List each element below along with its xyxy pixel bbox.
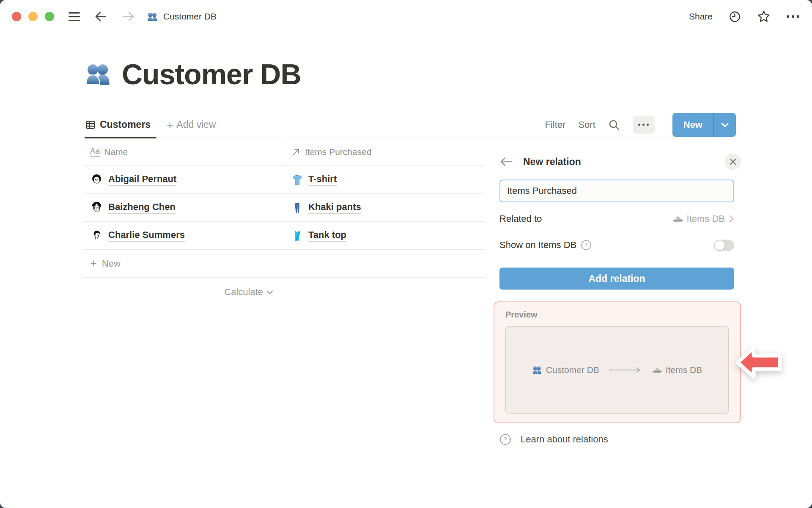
- related-to-select[interactable]: Items DB: [672, 213, 734, 224]
- breadcrumb-title: Customer DB: [163, 11, 217, 22]
- updates-clock-icon[interactable]: [729, 11, 741, 23]
- long-arrow-right-icon: [609, 367, 642, 373]
- add-view-button[interactable]: + Add view: [167, 119, 216, 130]
- app-window: Customer DB Share Customer DB: [0, 0, 812, 508]
- table-row: Abigail Pernaut T-shirt: [83, 166, 485, 194]
- titlebar: Customer DB Share: [0, 0, 812, 33]
- relation-name-input[interactable]: [499, 179, 734, 202]
- table-row: Charlie Summers Tank top: [83, 222, 485, 250]
- chevron-down-icon[interactable]: [713, 113, 736, 137]
- page-title[interactable]: Customer DB: [122, 58, 301, 91]
- preview-section: Preview Customer DB: [494, 301, 741, 423]
- more-options-icon[interactable]: [787, 15, 799, 18]
- close-panel-icon[interactable]: [725, 154, 741, 170]
- learn-about-relations-link[interactable]: ? Learn about relations: [499, 433, 741, 445]
- name-cell[interactable]: Abigail Pernaut: [83, 166, 282, 193]
- people-icon: [147, 11, 158, 22]
- view-toolbar: Customers + Add view Filter Sort New: [85, 112, 736, 138]
- t-shirt-icon: [291, 174, 303, 186]
- name-cell[interactable]: Baizheng Chen: [83, 194, 282, 221]
- people-icon: [532, 365, 542, 375]
- record-link[interactable]: Baizheng Chen: [108, 202, 176, 214]
- new-record-button[interactable]: New: [672, 113, 736, 137]
- record-link[interactable]: Tank top: [308, 229, 346, 242]
- jeans-icon: [291, 202, 303, 214]
- chevron-down-icon: [266, 290, 273, 295]
- new-row-button[interactable]: + New: [83, 250, 485, 278]
- search-icon[interactable]: [608, 119, 620, 131]
- avatar: [90, 229, 103, 242]
- title-property-icon: Aa: [90, 147, 100, 157]
- record-link[interactable]: Khaki pants: [308, 202, 361, 214]
- relation-property-icon: [291, 147, 301, 157]
- panel-back-icon[interactable]: [499, 156, 513, 167]
- column-label: Name: [104, 147, 128, 157]
- sidebar-menu-icon[interactable]: [69, 12, 80, 21]
- back-button[interactable]: [93, 10, 108, 23]
- tab-label: Customers: [100, 119, 151, 130]
- related-to-value: Items DB: [687, 213, 725, 224]
- add-view-label: Add view: [176, 119, 216, 130]
- column-label: Items Purchased: [305, 147, 372, 157]
- name-cell[interactable]: Charlie Summers: [83, 222, 282, 249]
- table-header-row: Aa Name Items Purchased: [83, 138, 485, 166]
- show-on-row: Show on Items DB ?: [499, 235, 734, 255]
- svg-text:?: ?: [585, 242, 588, 248]
- plus-icon: +: [90, 258, 97, 269]
- avatar: [90, 201, 103, 214]
- related-to-label: Related to: [499, 213, 542, 224]
- record-link[interactable]: Abigail Pernaut: [108, 174, 176, 186]
- sneaker-icon: [652, 366, 662, 374]
- new-row-label: New: [102, 258, 121, 269]
- filter-button[interactable]: Filter: [545, 119, 566, 130]
- people-icon: [85, 61, 112, 88]
- record-link[interactable]: T-shirt: [308, 174, 337, 186]
- traffic-lights: [12, 12, 54, 21]
- show-on-label: Show on Items DB: [499, 240, 576, 251]
- avatar: [90, 173, 103, 186]
- forward-button[interactable]: [121, 10, 136, 23]
- svg-text:?: ?: [504, 436, 507, 443]
- new-button-label: New: [672, 113, 713, 137]
- column-header-items-purchased[interactable]: Items Purchased: [282, 138, 485, 166]
- add-relation-button[interactable]: Add relation: [499, 268, 734, 290]
- sort-button[interactable]: Sort: [578, 119, 595, 130]
- preview-target-label: Items DB: [666, 365, 702, 375]
- share-button[interactable]: Share: [689, 11, 713, 22]
- record-link[interactable]: Charlie Summers: [108, 229, 185, 242]
- tab-customers[interactable]: Customers: [85, 112, 156, 138]
- plus-icon: +: [167, 119, 173, 130]
- chevron-right-icon: [729, 215, 734, 223]
- table-row: Baizheng Chen Khaki pants: [83, 194, 485, 222]
- learn-label: Learn about relations: [521, 434, 608, 445]
- panel-title: New relation: [523, 156, 581, 168]
- help-circle-icon: ?: [499, 433, 511, 445]
- tank-top-icon: [291, 230, 303, 242]
- help-circle-icon[interactable]: ?: [581, 240, 592, 251]
- preview-source-chip: Customer DB: [532, 365, 599, 375]
- relation-cell[interactable]: Khaki pants: [282, 194, 485, 221]
- calculate-label: Calculate: [224, 287, 263, 298]
- database-table: Aa Name Items Purchased Abigail Pernaut: [83, 138, 485, 500]
- red-arrow-annotation: [734, 345, 784, 381]
- table-view-icon: [85, 120, 96, 130]
- zoom-window-button[interactable]: [45, 12, 54, 21]
- preview-source-label: Customer DB: [546, 365, 599, 375]
- view-options-icon[interactable]: [633, 116, 655, 134]
- relation-cell[interactable]: Tank top: [282, 222, 485, 249]
- sneaker-icon: [672, 214, 683, 224]
- close-window-button[interactable]: [12, 12, 21, 21]
- page-header: Customer DB: [85, 58, 812, 91]
- favorite-star-icon[interactable]: [757, 10, 771, 23]
- calculate-dropdown[interactable]: Calculate: [224, 287, 273, 298]
- new-relation-panel: New relation Related to Items DB: [485, 138, 812, 500]
- column-header-name[interactable]: Aa Name: [83, 138, 282, 166]
- related-to-row: Related to Items DB: [499, 209, 734, 229]
- minimize-window-button[interactable]: [28, 12, 38, 21]
- preview-diagram: Customer DB Items DB: [505, 326, 729, 414]
- preview-label: Preview: [505, 310, 733, 320]
- preview-target-chip: Items DB: [652, 365, 702, 375]
- show-on-toggle[interactable]: [714, 240, 734, 251]
- relation-cell[interactable]: T-shirt: [282, 166, 485, 193]
- breadcrumb[interactable]: Customer DB: [147, 11, 217, 22]
